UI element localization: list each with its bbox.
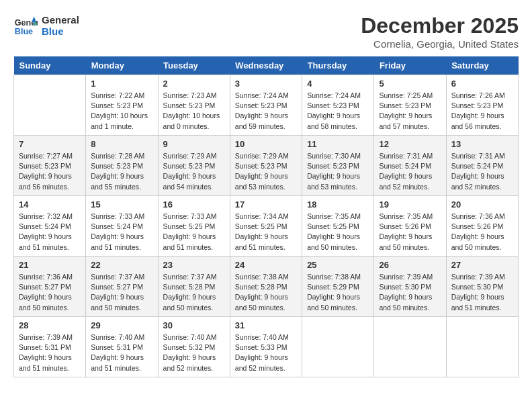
day-header-friday: Friday — [374, 56, 446, 75]
day-number: 1 — [91, 79, 152, 89]
day-info: Sunrise: 7:40 AMSunset: 5:33 PMDaylight:… — [235, 332, 297, 373]
day-info: Sunrise: 7:37 AMSunset: 5:28 PMDaylight:… — [163, 272, 225, 313]
calendar-cell: 17Sunrise: 7:34 AMSunset: 5:25 PMDayligh… — [230, 196, 302, 257]
calendar-cell: 16Sunrise: 7:33 AMSunset: 5:25 PMDayligh… — [158, 196, 230, 257]
day-number: 21 — [19, 260, 81, 270]
calendar-cell: 11Sunrise: 7:30 AMSunset: 5:23 PMDayligh… — [302, 136, 374, 196]
day-number: 22 — [91, 260, 152, 270]
day-info: Sunrise: 7:27 AMSunset: 5:23 PMDaylight:… — [19, 151, 81, 192]
calendar-cell: 9Sunrise: 7:29 AMSunset: 5:23 PMDaylight… — [158, 136, 230, 196]
logo-blue: Blue — [42, 26, 79, 37]
day-info: Sunrise: 7:40 AMSunset: 5:31 PMDaylight:… — [91, 332, 152, 373]
calendar-cell: 4Sunrise: 7:24 AMSunset: 5:23 PMDaylight… — [302, 75, 374, 136]
day-info: Sunrise: 7:36 AMSunset: 5:27 PMDaylight:… — [19, 272, 81, 313]
calendar-cell: 27Sunrise: 7:39 AMSunset: 5:30 PMDayligh… — [446, 257, 518, 317]
day-number: 29 — [91, 320, 152, 330]
day-info: Sunrise: 7:29 AMSunset: 5:23 PMDaylight:… — [235, 151, 297, 192]
day-number: 8 — [91, 139, 152, 149]
calendar-week-5: 28Sunrise: 7:39 AMSunset: 5:31 PMDayligh… — [14, 317, 519, 377]
day-info: Sunrise: 7:28 AMSunset: 5:23 PMDaylight:… — [91, 151, 152, 192]
day-number: 20 — [451, 199, 513, 210]
day-info: Sunrise: 7:33 AMSunset: 5:24 PMDaylight:… — [91, 212, 152, 253]
day-info: Sunrise: 7:32 AMSunset: 5:24 PMDaylight:… — [19, 212, 81, 253]
svg-text:Blue: Blue — [15, 27, 33, 36]
day-info: Sunrise: 7:24 AMSunset: 5:23 PMDaylight:… — [235, 91, 297, 132]
day-info: Sunrise: 7:36 AMSunset: 5:26 PMDaylight:… — [451, 212, 513, 253]
page-header: General Blue General Blue December 2025 … — [13, 13, 519, 50]
calendar-cell: 21Sunrise: 7:36 AMSunset: 5:27 PMDayligh… — [14, 257, 86, 317]
day-header-wednesday: Wednesday — [230, 56, 302, 75]
day-info: Sunrise: 7:29 AMSunset: 5:23 PMDaylight:… — [163, 151, 225, 192]
day-number: 30 — [163, 320, 225, 330]
day-info: Sunrise: 7:34 AMSunset: 5:25 PMDaylight:… — [235, 212, 297, 253]
day-info: Sunrise: 7:31 AMSunset: 5:24 PMDaylight:… — [379, 151, 441, 192]
day-info: Sunrise: 7:39 AMSunset: 5:30 PMDaylight:… — [451, 272, 513, 313]
day-info: Sunrise: 7:31 AMSunset: 5:24 PMDaylight:… — [451, 151, 513, 192]
calendar-cell: 14Sunrise: 7:32 AMSunset: 5:24 PMDayligh… — [14, 196, 86, 257]
calendar-cell: 8Sunrise: 7:28 AMSunset: 5:23 PMDaylight… — [86, 136, 158, 196]
calendar-cell: 25Sunrise: 7:38 AMSunset: 5:29 PMDayligh… — [302, 257, 374, 317]
day-info: Sunrise: 7:24 AMSunset: 5:23 PMDaylight:… — [307, 91, 369, 132]
calendar-cell: 13Sunrise: 7:31 AMSunset: 5:24 PMDayligh… — [446, 136, 518, 196]
day-number: 25 — [307, 260, 369, 270]
calendar-cell: 29Sunrise: 7:40 AMSunset: 5:31 PMDayligh… — [86, 317, 158, 377]
day-number: 15 — [91, 199, 152, 210]
day-number: 5 — [379, 79, 441, 89]
day-info: Sunrise: 7:35 AMSunset: 5:26 PMDaylight:… — [379, 212, 441, 253]
day-info: Sunrise: 7:35 AMSunset: 5:25 PMDaylight:… — [307, 212, 369, 253]
day-number: 6 — [451, 79, 513, 89]
calendar-cell: 24Sunrise: 7:38 AMSunset: 5:28 PMDayligh… — [230, 257, 302, 317]
day-number: 4 — [307, 79, 369, 89]
day-number: 26 — [379, 260, 441, 270]
day-number: 3 — [235, 79, 297, 89]
day-info: Sunrise: 7:37 AMSunset: 5:27 PMDaylight:… — [91, 272, 152, 313]
day-number: 27 — [451, 260, 513, 270]
day-header-tuesday: Tuesday — [158, 56, 230, 75]
calendar-header-row: SundayMondayTuesdayWednesdayThursdayFrid… — [14, 56, 519, 75]
calendar-week-3: 14Sunrise: 7:32 AMSunset: 5:24 PMDayligh… — [14, 196, 519, 257]
calendar-cell: 23Sunrise: 7:37 AMSunset: 5:28 PMDayligh… — [158, 257, 230, 317]
day-header-sunday: Sunday — [14, 56, 86, 75]
day-info: Sunrise: 7:39 AMSunset: 5:31 PMDaylight:… — [19, 332, 81, 373]
day-number: 9 — [163, 139, 225, 149]
logo-general: General — [42, 14, 79, 26]
calendar-cell — [374, 317, 446, 377]
day-info: Sunrise: 7:38 AMSunset: 5:29 PMDaylight:… — [307, 272, 369, 313]
month-title: December 2025 — [361, 13, 519, 38]
calendar-cell: 3Sunrise: 7:24 AMSunset: 5:23 PMDaylight… — [230, 75, 302, 136]
logo-icon: General Blue — [13, 13, 38, 38]
day-number: 16 — [163, 199, 225, 210]
calendar-cell: 12Sunrise: 7:31 AMSunset: 5:24 PMDayligh… — [374, 136, 446, 196]
calendar-cell — [14, 75, 86, 136]
calendar-cell: 20Sunrise: 7:36 AMSunset: 5:26 PMDayligh… — [446, 196, 518, 257]
day-info: Sunrise: 7:25 AMSunset: 5:23 PMDaylight:… — [379, 91, 441, 132]
calendar-cell: 1Sunrise: 7:22 AMSunset: 5:23 PMDaylight… — [86, 75, 158, 136]
day-info: Sunrise: 7:22 AMSunset: 5:23 PMDaylight:… — [91, 91, 152, 132]
calendar-cell: 26Sunrise: 7:39 AMSunset: 5:30 PMDayligh… — [374, 257, 446, 317]
day-number: 17 — [235, 199, 297, 210]
day-number: 23 — [163, 260, 225, 270]
title-block: December 2025 Cornelia, Georgia, United … — [361, 13, 519, 50]
day-number: 13 — [451, 139, 513, 149]
day-info: Sunrise: 7:30 AMSunset: 5:23 PMDaylight:… — [307, 151, 369, 192]
calendar-cell: 10Sunrise: 7:29 AMSunset: 5:23 PMDayligh… — [230, 136, 302, 196]
day-header-thursday: Thursday — [302, 56, 374, 75]
day-info: Sunrise: 7:39 AMSunset: 5:30 PMDaylight:… — [379, 272, 441, 313]
day-info: Sunrise: 7:38 AMSunset: 5:28 PMDaylight:… — [235, 272, 297, 313]
day-number: 31 — [235, 320, 297, 330]
day-number: 28 — [19, 320, 81, 330]
calendar-week-1: 1Sunrise: 7:22 AMSunset: 5:23 PMDaylight… — [14, 75, 519, 136]
day-info: Sunrise: 7:26 AMSunset: 5:23 PMDaylight:… — [451, 91, 513, 132]
day-number: 24 — [235, 260, 297, 270]
calendar-cell: 15Sunrise: 7:33 AMSunset: 5:24 PMDayligh… — [86, 196, 158, 257]
calendar-cell — [302, 317, 374, 377]
location: Cornelia, Georgia, United States — [361, 38, 519, 50]
day-number: 11 — [307, 139, 369, 149]
calendar-cell: 28Sunrise: 7:39 AMSunset: 5:31 PMDayligh… — [14, 317, 86, 377]
day-number: 12 — [379, 139, 441, 149]
calendar-cell: 22Sunrise: 7:37 AMSunset: 5:27 PMDayligh… — [86, 257, 158, 317]
calendar-cell — [446, 317, 518, 377]
day-number: 19 — [379, 199, 441, 210]
day-number: 2 — [163, 79, 225, 89]
day-info: Sunrise: 7:33 AMSunset: 5:25 PMDaylight:… — [163, 212, 225, 253]
